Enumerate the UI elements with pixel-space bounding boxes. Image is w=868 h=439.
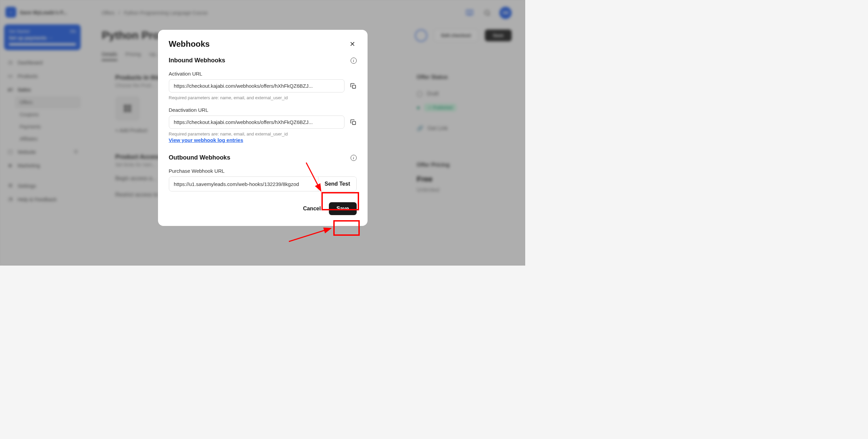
purchase-input-row: Send Test <box>169 176 357 191</box>
outbound-section-header: Outbound Webhooks i <box>169 154 357 161</box>
svg-rect-7 <box>352 121 355 124</box>
modal-title: Webhooks <box>169 39 210 49</box>
purchase-url-input[interactable] <box>169 177 318 191</box>
info-icon[interactable]: i <box>351 155 357 161</box>
modal-footer: Cancel Save <box>169 202 357 215</box>
inbound-title: Inbound Webhooks <box>169 57 225 64</box>
activation-field-group: Activation URL https://checkout.kajabi.c… <box>169 71 357 100</box>
close-icon: ✕ <box>350 40 355 48</box>
activation-label: Activation URL <box>169 71 357 77</box>
save-button[interactable]: Save <box>329 202 356 215</box>
inbound-section-header: Inbound Webhooks i <box>169 57 357 64</box>
send-test-button[interactable]: Send Test <box>318 177 356 191</box>
svg-rect-6 <box>352 85 355 88</box>
info-icon[interactable]: i <box>351 58 357 64</box>
copy-deactivation-button[interactable] <box>350 119 357 126</box>
modal-header: Webhooks ✕ <box>169 39 357 49</box>
outbound-section: Outbound Webhooks i Purchase Webhook URL… <box>169 154 357 191</box>
outbound-title: Outbound Webhooks <box>169 154 231 161</box>
deactivation-url-row: https://checkout.kajabi.com/webhooks/off… <box>169 116 357 129</box>
activation-url-row: https://checkout.kajabi.com/webhooks/off… <box>169 79 357 92</box>
deactivation-label: Deactivation URL <box>169 107 357 113</box>
cancel-button[interactable]: Cancel <box>303 206 321 212</box>
activation-help-text: Required parameters are: name, email, an… <box>169 95 357 100</box>
deactivation-url-input[interactable]: https://checkout.kajabi.com/webhooks/off… <box>169 116 344 129</box>
view-log-link[interactable]: View your webhook log entries <box>169 137 243 143</box>
close-button[interactable]: ✕ <box>349 40 357 48</box>
purchase-label: Purchase Webhook URL <box>169 168 357 174</box>
deactivation-help-text: Required parameters are: name, email, an… <box>169 131 357 137</box>
activation-url-input[interactable]: https://checkout.kajabi.com/webhooks/off… <box>169 79 344 92</box>
deactivation-field-group: Deactivation URL https://checkout.kajabi… <box>169 107 357 143</box>
copy-activation-button[interactable] <box>350 83 357 89</box>
purchase-field-group: Purchase Webhook URL Send Test <box>169 168 357 191</box>
webhooks-modal: Webhooks ✕ Inbound Webhooks i Activation… <box>158 30 368 226</box>
